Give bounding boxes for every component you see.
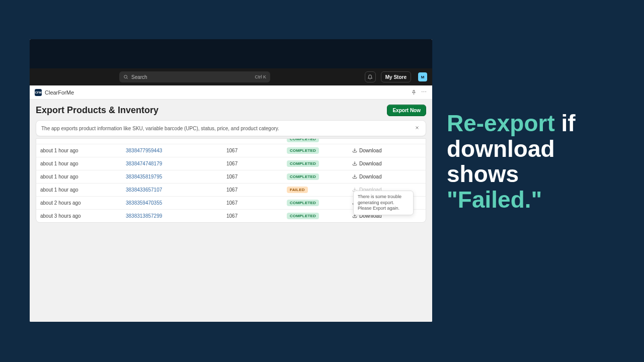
row-count: 1067 — [226, 213, 287, 219]
status-badge: COMPLETED — [287, 147, 319, 154]
download-button[interactable]: Download — [352, 148, 422, 154]
callout-line-1b: if — [555, 110, 576, 136]
table-row: about 1 hour ago38384747481791067COMPLET… — [36, 157, 426, 170]
search-shortcut: Ctrl K — [255, 74, 267, 79]
close-icon — [415, 125, 420, 130]
banner-text: The app exports product information like… — [41, 126, 279, 131]
search-placeholder: Search — [131, 74, 147, 80]
page-content: Export Products & Inventory Export Now T… — [30, 100, 432, 322]
banner-close-button[interactable] — [414, 125, 421, 132]
row-time: about 1 hour ago — [40, 148, 126, 153]
status-badge: COMPLETED — [287, 173, 319, 180]
row-count: 1067 — [226, 174, 287, 179]
row-id-link[interactable]: 3838474748179 — [126, 161, 226, 166]
pin-icon[interactable] — [410, 89, 417, 96]
row-time: about 1 hour ago — [40, 174, 126, 179]
exports-table: COMPLETED about 1 hour ago38384779594431… — [36, 138, 426, 223]
row-count: 1067 — [226, 187, 287, 193]
row-count: 1067 — [226, 161, 287, 166]
row-id-link[interactable]: 3838435819795 — [126, 174, 226, 179]
download-button[interactable]: Download — [352, 174, 422, 180]
download-label: Download — [359, 161, 381, 166]
search-input[interactable]: Search Ctrl K — [119, 71, 270, 82]
svg-line-1 — [127, 78, 128, 79]
bell-icon — [367, 74, 373, 80]
export-now-button[interactable]: Export Now — [387, 105, 426, 116]
tooltip-text: There is some trouble generating export.… — [358, 194, 401, 211]
app-frame: Search Ctrl K My Store M CFM ClearForMe … — [30, 39, 432, 322]
download-icon — [352, 161, 357, 167]
avatar-initials: M — [421, 75, 425, 79]
svg-point-0 — [124, 75, 127, 78]
download-label: Download — [359, 174, 381, 179]
callout-accent-1: Re-export — [447, 110, 555, 136]
store-selector[interactable]: My Store — [381, 71, 411, 82]
page-title: Export Products & Inventory — [36, 105, 387, 116]
app-logo: CFM — [35, 89, 42, 96]
avatar[interactable]: M — [418, 72, 427, 81]
table-row: COMPLETED — [36, 139, 426, 144]
app-name: ClearForMe — [45, 89, 74, 96]
row-time: about 1 hour ago — [40, 187, 126, 193]
titlebar-dark-band — [30, 39, 432, 68]
row-count: 1067 — [226, 148, 287, 153]
more-icon[interactable]: ⋯ — [420, 89, 427, 96]
table-row: about 1 hour ago38384779594431067COMPLET… — [36, 144, 426, 157]
callout-text: Re-export if download shows "Failed." — [447, 111, 628, 212]
row-time: about 1 hour ago — [40, 161, 126, 166]
callout-line-3: shows — [447, 161, 519, 187]
info-banner: The app exports product information like… — [36, 120, 426, 136]
row-count: 1067 — [226, 200, 287, 206]
app-subheader: CFM ClearForMe ⋯ — [30, 85, 432, 100]
table-row: about 1 hour ago38384358197951067COMPLET… — [36, 170, 426, 183]
status-badge: COMPLETED — [287, 139, 319, 142]
download-label: Download — [359, 148, 381, 153]
row-id-link[interactable]: 3838477959443 — [126, 148, 226, 153]
download-button[interactable]: Download — [352, 161, 422, 167]
download-icon — [352, 148, 357, 154]
callout-accent-2: "Failed." — [447, 187, 542, 213]
search-icon — [123, 74, 128, 79]
failed-tooltip: There is some trouble generating export.… — [353, 191, 414, 215]
title-row: Export Products & Inventory Export Now — [36, 105, 426, 116]
row-time: about 2 hours ago — [40, 200, 126, 206]
status-badge: COMPLETED — [287, 200, 319, 206]
download-icon — [352, 174, 357, 180]
row-id-link[interactable]: 3838433657107 — [126, 187, 226, 193]
store-label: My Store — [385, 74, 407, 80]
row-id-link[interactable]: 3838313857299 — [126, 213, 226, 219]
row-id-link[interactable]: 3838359470355 — [126, 200, 226, 206]
notifications-button[interactable] — [365, 71, 376, 82]
status-badge: COMPLETED — [287, 213, 319, 219]
row-time: about 3 hours ago — [40, 213, 126, 219]
app-header: Search Ctrl K My Store M — [30, 68, 432, 85]
app-logo-text: CFM — [35, 91, 42, 94]
status-badge: FAILED — [287, 187, 308, 193]
status-badge: COMPLETED — [287, 160, 319, 167]
callout-line-2: download — [447, 136, 555, 162]
